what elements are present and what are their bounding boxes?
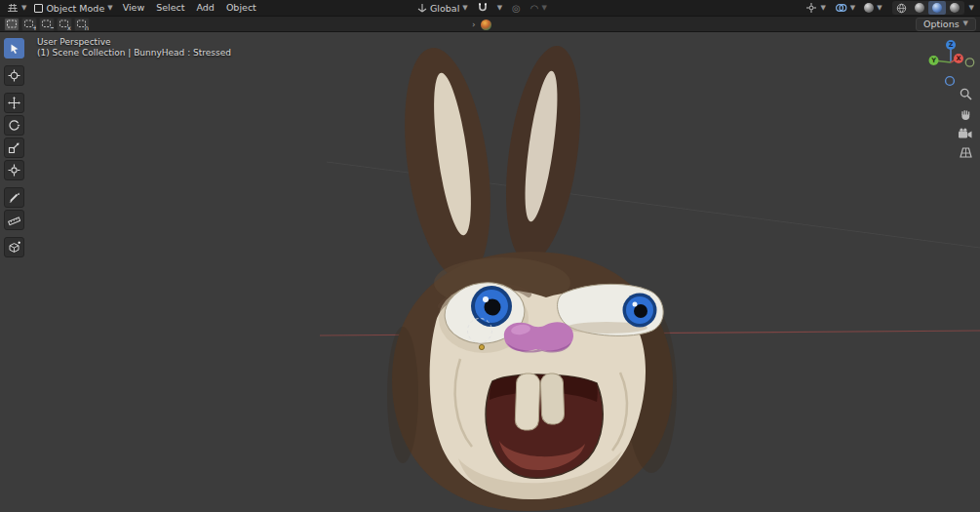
chevron-down-icon: ▼ xyxy=(497,5,502,12)
editor-type-button[interactable]: ▼ xyxy=(3,1,30,15)
shading-settings-dropdown[interactable]: ▼ xyxy=(965,1,978,15)
mode-label: Object Mode xyxy=(46,3,104,14)
chevron-down-icon: ▼ xyxy=(820,5,825,12)
chevron-down-icon: ▼ xyxy=(21,5,26,12)
select-set-icon xyxy=(6,18,19,30)
svg-text:∩: ∩ xyxy=(84,24,89,31)
shading-material-button[interactable] xyxy=(928,1,946,15)
chevron-right-icon[interactable]: › xyxy=(472,20,476,29)
measure-ruler-icon xyxy=(8,214,20,226)
select-invert-icon: x xyxy=(59,18,71,30)
proportional-editing-toggle[interactable]: ◎ xyxy=(508,1,525,15)
gizmo-y-negative-ball[interactable] xyxy=(965,59,973,66)
select-box-icon xyxy=(9,43,20,55)
menu-add[interactable]: Add xyxy=(190,1,219,15)
camera-view-icon[interactable] xyxy=(958,128,973,140)
select-extend-icon: + xyxy=(23,18,36,30)
gizmo-y-label: Y xyxy=(930,57,936,64)
tool-measure[interactable] xyxy=(4,210,24,230)
editor-type-icon xyxy=(7,2,19,14)
add-cube-icon xyxy=(8,241,20,254)
object-origin-dot[interactable] xyxy=(479,344,484,349)
tool-annotate[interactable] xyxy=(4,187,24,208)
solid-sphere-icon xyxy=(915,3,924,13)
mode-dropdown[interactable]: Object Mode ▼ xyxy=(30,1,116,15)
chevron-down-icon: ▼ xyxy=(542,5,547,12)
orientation-label: Global xyxy=(430,3,459,14)
shading-solid-button[interactable] xyxy=(911,1,928,15)
menu-view[interactable]: View xyxy=(117,1,151,15)
bunny-ear-right[interactable] xyxy=(494,41,592,267)
zoom-icon[interactable] xyxy=(959,87,973,101)
tool-scale[interactable] xyxy=(4,138,24,158)
tool-add-cube[interactable] xyxy=(4,237,24,257)
xray-toggle-dropdown[interactable]: ▼ xyxy=(860,1,885,15)
rendered-sphere-icon xyxy=(950,3,960,13)
chevron-down-icon: ▼ xyxy=(107,5,112,12)
gizmo-z-label: Z xyxy=(949,41,954,49)
bunny-ear-left[interactable] xyxy=(392,42,504,285)
svg-text:+: + xyxy=(32,24,36,31)
viewport-nav-buttons xyxy=(958,87,973,159)
show-overlays-dropdown[interactable]: ▼ xyxy=(831,1,859,15)
select-mode-extend-button[interactable]: + xyxy=(21,18,37,31)
gizmo-toggle-icon xyxy=(805,2,817,14)
viewport-header: ▼ Object Mode ▼ View Select Add Object G… xyxy=(0,0,980,16)
move-icon xyxy=(8,97,20,109)
material-sphere-icon xyxy=(932,3,942,13)
show-gizmo-dropdown[interactable]: ▼ xyxy=(802,1,829,15)
3d-viewport[interactable]: User Perspective (1) Scene Collection | … xyxy=(0,32,980,512)
overlays-toggle-icon xyxy=(835,2,847,14)
shading-wireframe-button[interactable] xyxy=(893,1,911,15)
chevron-down-icon: ▼ xyxy=(963,20,968,27)
chevron-down-icon: ▼ xyxy=(850,5,855,12)
chevron-down-icon: ▼ xyxy=(462,5,467,12)
bunny-head-mesh[interactable] xyxy=(387,41,677,511)
select-mode-intersect-button[interactable]: ∩ xyxy=(74,18,90,31)
tool-select-box[interactable] xyxy=(4,38,24,59)
svg-text:x: x xyxy=(67,24,71,31)
snap-toggle[interactable] xyxy=(474,1,491,15)
tool-transform[interactable] xyxy=(4,160,24,180)
tool-move[interactable] xyxy=(4,93,24,113)
menu-select[interactable]: Select xyxy=(150,1,190,15)
annotate-pen-icon xyxy=(8,191,20,204)
select-mode-buttons: + − x ∩ xyxy=(4,18,90,31)
tool-cursor[interactable] xyxy=(4,65,24,86)
chevron-down-icon: ▼ xyxy=(877,5,882,12)
select-mode-invert-button[interactable]: x xyxy=(57,18,72,31)
perspective-toggle-icon[interactable] xyxy=(959,146,973,159)
bunny-eye-right[interactable] xyxy=(558,284,664,335)
shading-mode-group xyxy=(892,1,964,15)
header-center-cluster: Global ▼ ▼ ◎ ◠ ▼ xyxy=(413,1,551,15)
navigation-gizmo[interactable]: Z Y X xyxy=(925,36,976,89)
3d-scene[interactable] xyxy=(0,32,980,512)
proportional-falloff-dropdown[interactable]: ◠ ▼ xyxy=(527,1,551,15)
transform-icon xyxy=(8,164,20,177)
tool-settings-sphere-icon[interactable] xyxy=(481,20,491,30)
snap-settings-dropdown[interactable]: ▼ xyxy=(493,1,506,15)
object-mode-icon xyxy=(34,4,43,13)
gizmo-z-negative-ball[interactable] xyxy=(946,77,955,86)
orientation-axes-icon xyxy=(417,3,427,13)
cursor-3d-icon xyxy=(8,69,20,82)
select-mode-set-button[interactable] xyxy=(4,18,20,31)
tool-rotate[interactable] xyxy=(4,115,24,136)
proportional-editing-icon: ◎ xyxy=(512,3,521,14)
svg-text:−: − xyxy=(50,23,54,31)
gizmo-x-label: X xyxy=(956,55,960,62)
options-dropdown[interactable]: Options ▼ xyxy=(916,18,976,31)
shading-rendered-button[interactable] xyxy=(946,1,963,15)
header-right-cluster: ▼ ▼ ▼ xyxy=(802,1,978,15)
rotate-icon xyxy=(8,119,20,132)
transform-orientation-dropdown[interactable]: Global ▼ xyxy=(413,1,472,15)
select-mode-subtract-button[interactable]: − xyxy=(39,18,55,31)
scale-icon xyxy=(8,141,20,154)
menu-object[interactable]: Object xyxy=(220,1,262,15)
pan-hand-icon[interactable] xyxy=(959,107,973,122)
tool-settings-bar: + − x ∩ › Options ▼ xyxy=(0,16,980,32)
chevron-down-icon: ▼ xyxy=(969,5,974,12)
wireframe-sphere-icon xyxy=(896,3,907,14)
options-label: Options xyxy=(923,19,960,29)
toolbar xyxy=(4,38,24,257)
